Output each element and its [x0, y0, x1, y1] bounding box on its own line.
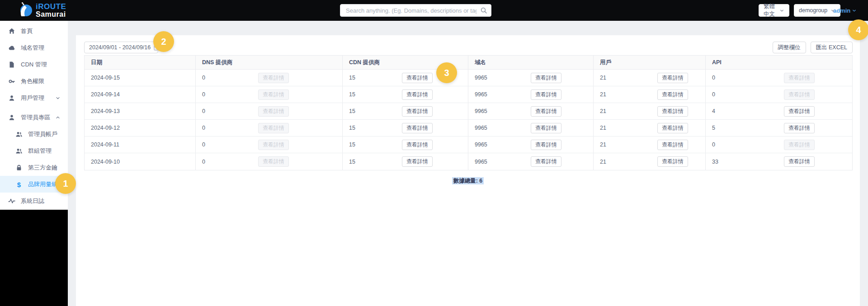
date-value: 2024-09-13	[91, 108, 120, 114]
view-details-button[interactable]: 查看詳情	[784, 123, 815, 133]
lock-icon	[15, 164, 23, 171]
view-details-button: 查看詳情	[784, 73, 815, 83]
api-cell: 4查看詳情	[706, 103, 852, 119]
export-excel-button[interactable]: 匯出 EXCEL	[811, 42, 853, 53]
cdn-cell: 15查看詳情	[343, 120, 468, 136]
view-details-button: 查看詳情	[258, 123, 289, 133]
sidebar-item-cdn-management[interactable]: CDN 管理	[0, 56, 68, 73]
dns-cell: 0查看詳情	[196, 153, 343, 170]
sidebar-item-label: 第三方金鑰	[28, 164, 57, 172]
sidebar-item-role-permissions[interactable]: 角色權限	[0, 73, 68, 89]
sidebar-bottom-fill	[0, 210, 68, 306]
table-header-row: 日期DNS 提供商CDN 提供商域名用戶API	[85, 56, 852, 70]
view-details-button: 查看詳情	[258, 89, 289, 100]
view-details-button[interactable]: 查看詳情	[531, 73, 561, 83]
chevron-up-icon	[55, 115, 61, 120]
total-count-text: 數據總量: 6	[452, 177, 484, 184]
user-icon	[8, 94, 15, 102]
pulse-icon	[8, 198, 15, 205]
language-label: 繁體中文	[764, 3, 776, 18]
date-cell: 2024-09-10	[85, 153, 196, 170]
view-details-button[interactable]: 查看詳情	[657, 89, 688, 100]
annotation-badge-1: 1	[55, 173, 76, 194]
users-icon	[15, 147, 23, 155]
date-value: 2024-09-12	[91, 125, 120, 131]
api-cell: 5查看詳情	[706, 120, 852, 136]
date-value: 2024-09-15	[91, 75, 120, 81]
dns-value: 0	[202, 125, 205, 131]
view-details-button[interactable]: 查看詳情	[402, 156, 433, 167]
sidebar-item-system-logs[interactable]: 系統日誌	[0, 193, 68, 209]
domain-cell: 9965查看詳情	[468, 103, 594, 119]
view-details-button[interactable]: 查看詳情	[657, 123, 688, 133]
view-details-button[interactable]: 查看詳情	[531, 123, 561, 133]
view-details-button[interactable]: 查看詳情	[402, 89, 433, 100]
content-card: 2024/09/01 - 2024/09/16 調整欄位 匯出 EXCEL 日期…	[76, 35, 860, 306]
domain-cell: 9965查看詳情	[468, 86, 594, 103]
app-window: iROUTE Samurai 繁體中文 demogroup admin 首頁域名…	[0, 0, 868, 306]
app-logo: iROUTE Samurai	[15, 1, 66, 19]
view-details-button: 查看詳情	[258, 140, 289, 150]
search-icon[interactable]	[480, 7, 487, 14]
view-details-button[interactable]: 查看詳情	[784, 156, 815, 167]
date-range-input[interactable]: 2024/09/01 - 2024/09/16	[84, 42, 158, 53]
sidebar-item-admin-area[interactable]: 管理員專區	[0, 109, 68, 126]
api-cell: 0查看詳情	[706, 86, 852, 103]
view-details-button[interactable]: 查看詳情	[657, 73, 688, 83]
user-menu[interactable]: admin	[833, 0, 857, 21]
date-value: 2024-09-14	[91, 91, 120, 98]
view-details-button[interactable]: 查看詳情	[402, 123, 433, 133]
view-details-button[interactable]: 查看詳情	[657, 156, 688, 167]
sidebar-item-group-management[interactable]: 群組管理	[0, 142, 68, 159]
view-details-button[interactable]: 查看詳情	[657, 140, 688, 150]
api-value: 0	[712, 141, 715, 148]
samurai-mascot-icon	[15, 1, 33, 19]
column-header-domain: 域名	[468, 56, 594, 69]
view-details-button[interactable]: 查看詳情	[784, 106, 815, 117]
sidebar-item-label: 系統日誌	[21, 197, 44, 205]
sidebar-item-label: 群組管理	[28, 147, 52, 155]
sidebar-item-label: 角色權限	[21, 77, 44, 85]
search-input[interactable]	[340, 4, 491, 17]
api-cell: 0查看詳情	[706, 137, 852, 153]
view-details-button[interactable]: 查看詳情	[531, 140, 561, 150]
logo-line2: Samurai	[36, 11, 66, 18]
dns-value: 0	[202, 108, 205, 114]
group-label: demogroup	[799, 7, 827, 14]
domain-cell: 9965查看詳情	[468, 70, 594, 86]
view-details-button: 查看詳情	[784, 89, 815, 100]
view-details-button[interactable]: 查看詳情	[531, 156, 561, 167]
date-cell: 2024-09-14	[85, 86, 196, 103]
adjust-columns-button[interactable]: 調整欄位	[773, 42, 806, 53]
sidebar-item-home[interactable]: 首頁	[0, 23, 68, 39]
date-cell: 2024-09-13	[85, 103, 196, 119]
sidebar-item-domain-management[interactable]: 域名管理	[0, 39, 68, 56]
view-details-button[interactable]: 查看詳情	[402, 106, 433, 117]
user-cell: 21查看詳情	[594, 70, 706, 86]
user-value: 21	[600, 125, 606, 131]
sidebar-item-label: 首頁	[21, 27, 33, 35]
sidebar-item-label: 域名管理	[21, 44, 44, 52]
column-header-date: 日期	[85, 56, 196, 69]
usage-table: 日期DNS 提供商CDN 提供商域名用戶API 2024-09-150查看詳情1…	[84, 55, 853, 170]
domain-cell: 9965查看詳情	[468, 153, 594, 170]
user-cell: 21查看詳情	[594, 103, 706, 119]
user-cell: 21查看詳情	[594, 137, 706, 153]
chevron-down-icon	[779, 8, 784, 13]
view-details-button[interactable]: 查看詳情	[402, 140, 433, 150]
view-details-button[interactable]: 查看詳情	[402, 73, 433, 83]
sidebar-item-third-party-keys[interactable]: 第三方金鑰	[0, 159, 68, 176]
view-details-button[interactable]: 查看詳情	[657, 106, 688, 117]
api-value: 0	[712, 75, 715, 81]
dns-cell: 0查看詳情	[196, 103, 343, 119]
column-header-dns: DNS 提供商	[196, 56, 343, 69]
user-cell: 21查看詳情	[594, 153, 706, 170]
domain-value: 9965	[475, 159, 487, 165]
language-select[interactable]: 繁體中文	[759, 4, 789, 17]
sidebar-item-admin-accounts[interactable]: 管理員帳戶	[0, 126, 68, 142]
view-details-button[interactable]: 查看詳情	[531, 106, 561, 117]
date-range-value: 2024/09/01 - 2024/09/16	[89, 44, 151, 51]
view-details-button[interactable]: 查看詳情	[531, 89, 561, 100]
api-value: 4	[712, 108, 715, 114]
sidebar-item-user-management[interactable]: 用戶管理	[0, 89, 68, 106]
